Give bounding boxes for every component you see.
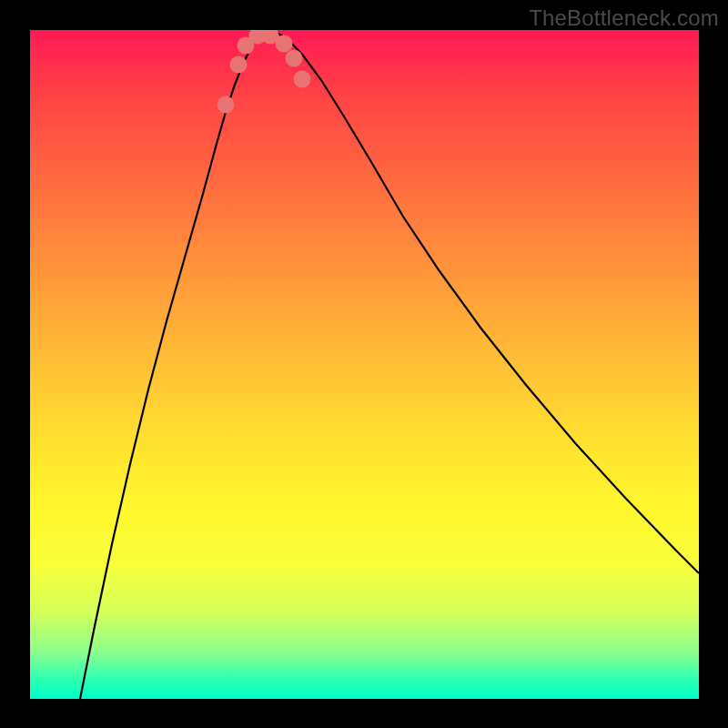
marker-dot [294,71,311,88]
marker-dot [286,50,303,67]
marker-dot [276,35,293,53]
watermark-text: TheBottleneck.com [529,5,719,31]
marker-dots [217,30,311,114]
chart-svg [30,30,699,699]
chart-frame: TheBottleneck.com [0,0,728,728]
marker-dot [217,96,235,114]
bottleneck-curve [80,33,699,699]
plot-area [30,30,699,699]
marker-dot [230,56,248,74]
